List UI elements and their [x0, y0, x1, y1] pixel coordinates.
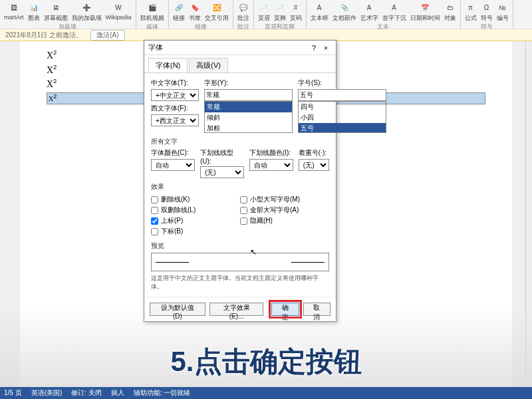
ribbon-item[interactable]: 💬批注 — [237, 1, 249, 23]
en-font-label: 西文字体(F): — [151, 104, 199, 113]
ribbon-item[interactable]: Ω符号 — [481, 1, 493, 23]
ribbon: 🖼martArt📊图表🖥屏幕截图➕我的加载项WWikipedia加载项🎬联机视频… — [0, 0, 532, 29]
ribbon-item[interactable]: A首字下沉 — [382, 1, 406, 23]
ribbon-item[interactable]: WWikipedia — [106, 1, 132, 23]
cn-font-label: 中文字体(T): — [151, 78, 199, 88]
checkbox-input[interactable] — [151, 207, 158, 214]
ul-color-label: 下划线颜色(I): — [249, 148, 293, 158]
tab-advanced[interactable]: 高级(V) — [189, 58, 228, 72]
ribbon-item[interactable]: 🔀交叉引用 — [205, 1, 229, 23]
ribbon-item[interactable]: 📊图表 — [28, 1, 40, 23]
status-accessibility[interactable]: 辅助功能: 一切就绪 — [134, 388, 191, 398]
ribbon-item[interactable]: 📅日期和时间 — [410, 1, 440, 23]
ribbon-item[interactable]: 🎬联机视频 — [140, 1, 164, 23]
color-select[interactable]: 自动 — [151, 159, 195, 171]
tab-font[interactable]: 字体(N) — [148, 58, 188, 72]
ribbon-item[interactable]: 🖼martArt — [4, 1, 24, 23]
checkbox-input[interactable] — [151, 228, 158, 235]
ribbon-item[interactable]: 🔗链接 — [173, 1, 185, 23]
underline-select[interactable]: (无) — [200, 166, 244, 178]
vertical-scrollbar[interactable] — [525, 41, 532, 387]
effects-right-col: 小型大写字母(M)全部大写字母(A)隐藏(H) — [240, 194, 329, 237]
set-default-button[interactable]: 设为默认值(D) — [150, 303, 205, 316]
font-dialog: 字体 ? × 字体(N) 高级(V) 中文字体(T): +中文正文 西文字体(F… — [144, 40, 336, 322]
checkbox-label: 隐藏(H) — [250, 216, 273, 225]
underline-label: 下划线线型(U): — [200, 148, 244, 165]
help-icon[interactable]: ? — [308, 44, 320, 52]
size-opt-2[interactable]: 五号 — [299, 123, 386, 133]
ribbon-icon: A — [313, 1, 325, 13]
ribbon-group: π公式Ω符号№编号符号 — [461, 0, 513, 29]
checkbox-input[interactable] — [151, 217, 158, 225]
ribbon-label: 艺术字 — [360, 14, 378, 23]
banner-text: 2021年8月1日 之前激活。 — [5, 31, 82, 40]
status-lang[interactable]: 英语(美国) — [31, 388, 63, 398]
size-opt-0[interactable]: 四号 — [299, 102, 386, 112]
effect-checkbox[interactable]: 隐藏(H) — [240, 216, 329, 225]
status-page[interactable]: 1/5 页 — [4, 388, 22, 398]
ribbon-icon: 📊 — [28, 1, 40, 13]
effect-checkbox[interactable]: 小型大写字母(M) — [240, 195, 329, 204]
cn-font-select[interactable]: +中文正文 — [151, 89, 199, 101]
ribbon-item[interactable]: π公式 — [465, 1, 477, 23]
ribbon-item[interactable]: A艺术字 — [360, 1, 378, 23]
style-opt-italic[interactable]: 倾斜 — [205, 112, 292, 123]
ribbon-icon: A — [363, 1, 375, 13]
ribbon-item[interactable]: 🖥屏幕截图 — [44, 1, 68, 23]
ribbon-item[interactable]: 🔖书签 — [189, 1, 201, 23]
ribbon-group: 🖼martArt📊图表🖥屏幕截图➕我的加载项WWikipedia加载项 — [0, 0, 136, 29]
ribbon-group-name: 文本 — [377, 23, 389, 31]
size-opt-1[interactable]: 小四 — [299, 112, 386, 123]
checkbox-input[interactable] — [240, 207, 247, 214]
size-input[interactable] — [298, 89, 386, 101]
ribbon-item[interactable]: ➕我的加载项 — [72, 1, 102, 23]
ribbon-item[interactable]: №编号 — [497, 1, 509, 23]
style-input[interactable] — [204, 89, 293, 101]
ribbon-icon: 📎 — [338, 1, 350, 13]
effect-checkbox[interactable]: 下标(B) — [151, 227, 240, 236]
size-label: 字号(S): — [298, 78, 386, 88]
ribbon-item[interactable]: 📄页脚 — [274, 1, 286, 23]
ribbon-icon: A — [388, 1, 400, 13]
effect-checkbox[interactable]: 全部大写字母(A) — [240, 205, 329, 215]
ribbon-group-name: 链接 — [195, 23, 207, 31]
style-listbox[interactable]: 常规 倾斜 加粗 — [204, 101, 293, 133]
emphasis-select[interactable]: (无) — [299, 159, 329, 171]
dialog-titlebar[interactable]: 字体 ? × — [144, 41, 336, 55]
en-font-select[interactable]: +西文正文 — [151, 114, 199, 126]
ribbon-label: 图表 — [28, 14, 40, 23]
style-opt-bold[interactable]: 加粗 — [205, 123, 292, 133]
ribbon-item[interactable]: 📄页眉 — [258, 1, 270, 23]
style-opt-regular[interactable]: 常规 — [205, 102, 292, 112]
ribbon-item[interactable]: 🗀对象 — [444, 1, 456, 23]
text-effects-button[interactable]: 文字效果(E)... — [209, 303, 264, 316]
ribbon-group-name: 媒体 — [146, 23, 158, 31]
ribbon-icon: 🔗 — [173, 1, 185, 13]
ribbon-label: 批注 — [237, 14, 249, 23]
checkbox-input[interactable] — [240, 196, 247, 203]
checkbox-input[interactable] — [151, 196, 158, 203]
ribbon-item[interactable]: A文本框 — [311, 1, 329, 23]
preview-label: 预览 — [151, 241, 329, 251]
effect-checkbox[interactable]: 删除线(K) — [151, 195, 240, 204]
ribbon-item[interactable]: #页码 — [290, 1, 302, 23]
ribbon-icon: ➕ — [80, 1, 92, 13]
all-text-label: 所有文字 — [151, 137, 329, 146]
checkbox-label: 双删除线(L) — [161, 205, 196, 215]
close-icon[interactable]: × — [320, 44, 332, 52]
ok-button[interactable]: 确定 — [271, 303, 299, 316]
effect-checkbox[interactable]: 上标(P) — [151, 216, 240, 225]
ul-color-select[interactable]: 自动 — [249, 159, 293, 171]
ribbon-icon: 📅 — [419, 1, 431, 13]
cancel-button[interactable]: 取消 — [303, 303, 331, 316]
checkbox-input[interactable] — [240, 217, 247, 225]
status-insert[interactable]: 插入 — [111, 388, 124, 398]
status-track[interactable]: 修订: 关闭 — [71, 388, 102, 398]
activate-button[interactable]: 激活(A) — [90, 30, 124, 41]
effect-checkbox[interactable]: 双删除线(L) — [151, 205, 240, 215]
ribbon-icon: π — [465, 1, 477, 13]
size-listbox[interactable]: 四号 小四 五号 — [298, 101, 386, 133]
ribbon-group: 🔗链接🔖书签🔀交叉引用链接 — [169, 0, 233, 29]
ribbon-label: martArt — [4, 14, 24, 21]
ribbon-item[interactable]: 📎文档部件 — [332, 1, 356, 23]
